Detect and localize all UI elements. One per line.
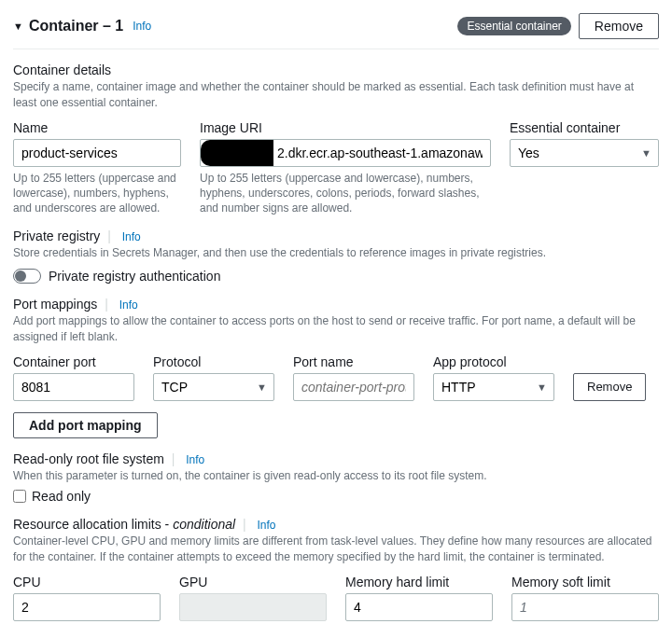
container-details-desc: Specify a name, container image and whet…: [13, 79, 659, 111]
port-mappings-desc: Add port mappings to allow the container…: [13, 313, 659, 345]
mem-soft-input[interactable]: [511, 593, 659, 621]
resources-desc: Container-level CPU, GPU and memory limi…: [13, 534, 659, 565]
readonly-desc: When this parameter is turned on, the co…: [13, 468, 659, 484]
private-registry-toggle-label: Private registry authentication: [49, 269, 220, 284]
add-port-mapping-button[interactable]: Add port mapping: [13, 412, 158, 438]
protocol-select-value[interactable]: [153, 373, 274, 401]
essential-label: Essential container: [510, 120, 659, 135]
container-port-label: Container port: [13, 354, 134, 369]
readonly-checkbox-label: Read only: [32, 489, 91, 504]
gpu-input: [179, 593, 327, 621]
mem-soft-label: Memory soft limit: [511, 575, 659, 589]
name-helper: Up to 255 letters (uppercase and lowerca…: [13, 171, 181, 216]
mem-hard-input[interactable]: [345, 593, 493, 621]
name-input[interactable]: [13, 139, 181, 167]
private-registry-info[interactable]: Info: [122, 230, 141, 243]
remove-port-button[interactable]: Remove: [573, 373, 646, 401]
cpu-label: CPU: [13, 575, 161, 589]
resources-info[interactable]: Info: [258, 519, 276, 532]
container-details-heading: Container details: [13, 62, 659, 77]
gpu-label: GPU: [179, 575, 327, 589]
remove-container-button[interactable]: Remove: [579, 13, 659, 39]
image-uri-helper: Up to 255 letters (uppercase and lowerca…: [200, 171, 491, 216]
essential-select[interactable]: ▼: [510, 139, 659, 167]
private-registry-heading: Private registry: [13, 229, 100, 243]
protocol-select[interactable]: ▼: [153, 373, 274, 401]
container-info-link[interactable]: Info: [133, 20, 151, 33]
private-registry-toggle[interactable]: [13, 269, 41, 284]
name-label: Name: [13, 120, 181, 135]
container-port-input[interactable]: [13, 373, 134, 401]
container-title: Container – 1: [29, 18, 123, 35]
mem-hard-label: Memory hard limit: [345, 575, 493, 589]
readonly-info[interactable]: Info: [186, 453, 204, 466]
readonly-heading: Read-only root file system: [13, 451, 164, 466]
port-name-label: Port name: [293, 354, 414, 369]
redacted-account-id: [201, 140, 273, 166]
port-name-input[interactable]: [293, 373, 414, 401]
app-protocol-select[interactable]: ▼: [433, 373, 554, 401]
port-mappings-heading: Port mappings: [13, 297, 97, 312]
image-uri-label: Image URI: [200, 120, 491, 135]
essential-select-value[interactable]: [510, 139, 659, 167]
caret-down-icon[interactable]: ▼: [13, 21, 23, 32]
protocol-label: Protocol: [153, 354, 274, 369]
private-registry-desc: Store credentials in Secrets Manager, an…: [13, 245, 659, 261]
essential-badge: Essential container: [457, 17, 570, 35]
app-protocol-label: App protocol: [433, 354, 554, 369]
cpu-input[interactable]: [13, 593, 161, 621]
readonly-checkbox[interactable]: [13, 490, 26, 503]
resources-heading: Resource allocation limits - conditional: [13, 517, 235, 532]
container-panel-header: ▼ Container – 1 Info Essential container…: [13, 7, 659, 49]
port-mappings-info[interactable]: Info: [119, 298, 138, 312]
app-protocol-select-value[interactable]: [433, 373, 554, 401]
